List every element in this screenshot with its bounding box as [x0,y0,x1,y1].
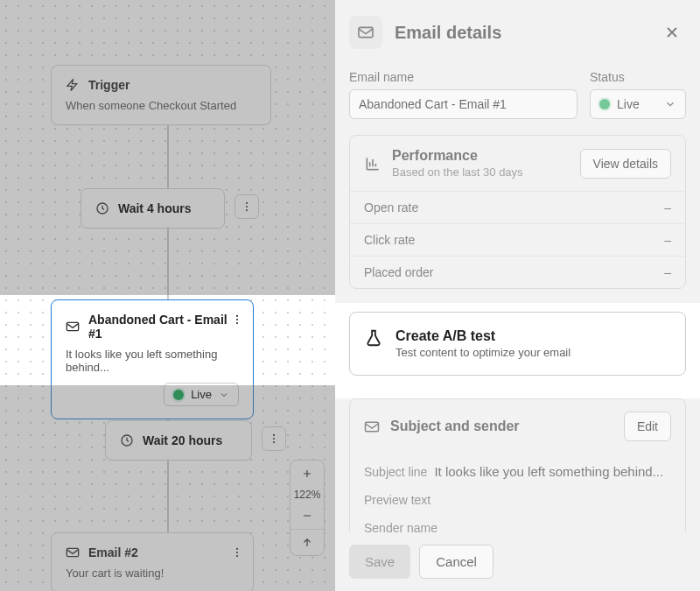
trigger-title: Trigger [88,78,130,92]
performance-subtitle: Based on the last 30 days [392,165,570,179]
mail-icon [364,420,380,433]
svg-point-10 [273,438,275,440]
panel-footer: Save Cancel [335,532,700,591]
trigger-node[interactable]: Trigger When someone Checkout Started [51,65,271,125]
performance-card: Performance Based on the last 30 days Vi… [349,135,686,289]
clock-icon [120,433,134,447]
flow-canvas[interactable]: Trigger When someone Checkout Started Wa… [0,0,335,591]
status-label: Live [191,388,212,401]
email-node-2[interactable]: Email #2 Your cart is waiting! [51,532,254,591]
kebab-menu[interactable] [227,542,248,563]
clock-icon [95,201,109,215]
wait-node-1[interactable]: Wait 4 hours [80,188,225,229]
metric-row: Placed order– [350,256,685,288]
status-dot-icon [173,390,184,400]
svg-point-13 [236,548,238,550]
svg-point-2 [246,206,248,208]
mail-icon [66,320,80,333]
abtest-subtitle: Test content to optimize your email [396,346,570,359]
status-dropdown[interactable]: Live [164,383,239,406]
bolt-icon [66,78,80,92]
metric-row: Open rate– [350,191,685,223]
zoom-level: 122% [294,487,321,503]
subject-sender-card: Subject and sender Edit Subject line It … [349,398,686,532]
email-name-label: Email name [349,70,578,84]
trigger-subtitle: When someone Checkout Started [66,99,256,112]
svg-point-1 [246,202,248,204]
status-value: Live [617,97,640,111]
subject-line-label: Subject line [364,465,427,479]
email-node-1[interactable]: Abandoned Cart - Email #1 It looks like … [51,299,254,419]
status-dot-icon [599,99,610,109]
wait-label: Wait 4 hours [118,201,192,215]
kebab-menu[interactable] [262,426,286,451]
svg-point-7 [236,322,238,324]
flow-canvas-panel: Trigger When someone Checkout Started Wa… [0,0,335,591]
details-panel: Email details Email name Status Live [335,0,700,591]
kebab-menu[interactable] [234,194,259,219]
svg-point-6 [236,319,238,320]
email-node-subtitle: It looks like you left something behind.… [66,348,239,374]
edit-button[interactable]: Edit [624,412,671,441]
email-node-title: Abandoned Cart - Email #1 [88,313,239,341]
svg-rect-16 [359,27,373,37]
svg-point-3 [246,209,248,211]
view-details-button[interactable]: View details [580,149,671,179]
mail-icon [349,16,382,49]
sender-name-label: Sender name [364,521,438,532]
chart-icon [364,155,382,172]
svg-rect-12 [66,548,78,556]
subject-title: Subject and sender [390,419,613,434]
cancel-button[interactable]: Cancel [419,545,494,579]
status-field-label: Status [590,70,686,84]
metric-row: Click rate– [350,223,685,256]
chevron-down-icon [664,98,676,110]
email-node-title: Email #2 [88,545,138,559]
svg-rect-4 [66,322,78,330]
svg-point-15 [236,555,238,557]
status-select[interactable]: Live [590,89,686,119]
create-ab-test-card[interactable]: Create A/B test Test content to optimize… [349,312,686,376]
flask-icon [364,328,383,359]
wait-node-2[interactable]: Wait 20 hours [105,420,252,461]
panel-title: Email details [395,23,646,43]
subject-line-value: It looks like you left something behind.… [434,464,663,479]
scroll-up-button[interactable] [290,529,324,555]
connector [167,223,169,299]
preview-text-label: Preview text [364,493,430,507]
svg-point-5 [236,315,238,317]
kebab-menu[interactable] [227,309,248,330]
mail-icon [66,546,80,559]
zoom-out-button[interactable] [290,503,324,529]
save-button[interactable]: Save [349,545,410,579]
svg-point-11 [273,441,275,443]
wait-label: Wait 20 hours [143,433,222,447]
connector [167,455,169,532]
zoom-controls: 122% [290,460,325,556]
chevron-down-icon [219,390,229,400]
abtest-title: Create A/B test [396,328,570,344]
email-name-input[interactable] [349,89,578,119]
close-button[interactable] [658,18,686,46]
svg-point-9 [273,434,275,436]
svg-rect-17 [366,422,379,432]
performance-title: Performance [392,148,570,164]
zoom-in-button[interactable] [290,461,324,487]
email-node-subtitle: Your cart is waiting! [66,566,239,580]
svg-point-14 [236,552,238,553]
